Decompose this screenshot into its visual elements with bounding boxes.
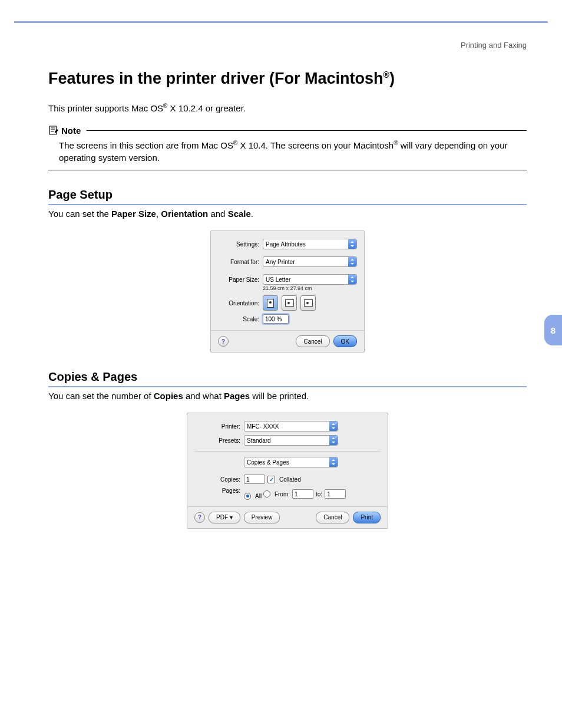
- s1-b1: Paper Size: [111, 209, 156, 219]
- cancel-button[interactable]: Cancel: [316, 512, 349, 523]
- format-for-label: Format for:: [218, 259, 263, 265]
- print-dialog: Printer: MFC- XXXX Presets: Standard Cop…: [187, 413, 388, 529]
- s1-sep2: and: [208, 209, 227, 219]
- chevron-up-down-icon: [329, 457, 338, 467]
- paper-size-label: Paper Size:: [218, 276, 263, 283]
- s2-sep1: and what: [183, 391, 224, 401]
- orientation-landscape-button[interactable]: [282, 295, 297, 311]
- help-button[interactable]: ?: [194, 512, 205, 523]
- pdf-menu-button[interactable]: PDF ▾: [209, 512, 240, 523]
- copies-input[interactable]: 1: [244, 475, 265, 484]
- section1-desc: You can set the Paper Size, Orientation …: [48, 207, 527, 220]
- pages-to-input[interactable]: 1: [325, 489, 346, 499]
- s2-pre: You can set the number of: [48, 391, 154, 401]
- s2-suf: will be printed.: [250, 391, 309, 401]
- paper-size-select[interactable]: US Letter: [263, 274, 357, 285]
- collated-checkbox[interactable]: ✓: [267, 476, 275, 483]
- s1-pre: You can set the: [48, 209, 111, 219]
- intro-suf: X 10.2.4 or greater.: [167, 103, 246, 113]
- pages-to-label: to:: [316, 491, 322, 498]
- settings-label: Settings:: [218, 241, 263, 248]
- collated-label: Collated: [279, 476, 301, 483]
- printer-value: MFC- XXXX: [247, 423, 279, 430]
- collated-option[interactable]: ✓ Collated: [267, 476, 301, 483]
- s1-suf: .: [251, 209, 253, 219]
- presets-value: Standard: [247, 437, 271, 444]
- s1-sep1: ,: [156, 209, 161, 219]
- section-heading-copies-pages: Copies & Pages: [48, 370, 527, 387]
- portrait-icon: [267, 299, 274, 308]
- note-pre: The screens in this section are from Mac…: [59, 140, 233, 150]
- settings-value: Page Attributes: [266, 241, 306, 248]
- top-rule: [14, 0, 548, 23]
- note-block: Note The screens in this section are fro…: [48, 125, 527, 170]
- paper-size-value: US Letter: [266, 276, 290, 283]
- pages-label: Pages:: [194, 487, 244, 494]
- scale-input[interactable]: 100 %: [263, 314, 289, 324]
- page-header: Printing and Faxing: [48, 41, 527, 50]
- chevron-up-down-icon: [329, 436, 338, 445]
- orientation-portrait-button[interactable]: [263, 295, 278, 311]
- chevron-up-down-icon: [329, 421, 338, 431]
- svg-rect-0: [49, 126, 57, 134]
- settings-select[interactable]: Page Attributes: [263, 239, 357, 249]
- s1-b3: Scale: [228, 209, 251, 219]
- s1-b2: Orientation: [161, 209, 208, 219]
- panel-select[interactable]: Copies & Pages: [244, 457, 338, 467]
- print-button[interactable]: Print: [353, 512, 381, 523]
- printer-label: Printer:: [194, 423, 244, 430]
- chevron-up-down-icon: [348, 275, 356, 284]
- separator: [194, 451, 381, 452]
- note-body: The screens in this section are from Mac…: [48, 136, 527, 170]
- chevron-up-down-icon: [348, 257, 356, 266]
- pages-range-option[interactable]: From: 1 to: 1: [263, 489, 346, 499]
- orientation-label: Orientation:: [218, 300, 263, 307]
- scale-label: Scale:: [218, 316, 263, 322]
- title-text: Features in the printer driver (For Maci…: [48, 70, 384, 87]
- intro-pre: This printer supports Mac OS: [48, 103, 163, 113]
- copies-label: Copies:: [194, 476, 244, 483]
- page-setup-dialog: Settings: Page Attributes Format for: An…: [210, 230, 365, 353]
- ok-button[interactable]: OK: [333, 335, 357, 347]
- pages-from-input[interactable]: 1: [292, 489, 313, 499]
- landscape-icon: [285, 299, 294, 307]
- preview-button[interactable]: Preview: [244, 512, 280, 523]
- landscape-flipped-icon: [304, 299, 313, 307]
- note-label: Note: [61, 126, 81, 136]
- printer-select[interactable]: MFC- XXXX: [244, 421, 338, 431]
- cancel-button[interactable]: Cancel: [296, 335, 329, 347]
- reg-mark: ®: [394, 140, 398, 146]
- help-button[interactable]: ?: [218, 336, 229, 347]
- pages-all-option[interactable]: All: [244, 493, 262, 500]
- section-heading-page-setup: Page Setup: [48, 188, 527, 205]
- s2-b2: Pages: [224, 391, 250, 401]
- format-for-select[interactable]: Any Printer: [263, 256, 357, 267]
- title-suffix: ): [389, 70, 395, 87]
- intro-text: This printer supports Mac OS® X 10.2.4 o…: [48, 102, 527, 114]
- pages-all-radio[interactable]: [244, 493, 251, 500]
- s2-b1: Copies: [154, 391, 183, 401]
- note-heading: Note: [48, 125, 527, 136]
- pages-range-radio[interactable]: [263, 490, 270, 498]
- paper-dimensions: 21.59 cm x 27.94 cm: [211, 285, 364, 291]
- note-mid: X 10.4. The screens on your Macintosh: [237, 140, 394, 150]
- panel-value: Copies & Pages: [247, 459, 289, 466]
- page-title: Features in the printer driver (For Maci…: [48, 70, 527, 88]
- presets-label: Presets:: [194, 437, 244, 444]
- presets-select[interactable]: Standard: [244, 435, 338, 446]
- reg-mark: ®: [384, 70, 389, 80]
- note-icon: [48, 125, 59, 136]
- orientation-landscape-flipped-button[interactable]: [300, 295, 316, 311]
- format-for-value: Any Printer: [266, 259, 295, 265]
- section2-desc: You can set the number of Copies and wha…: [48, 390, 527, 402]
- pages-all-label: All: [255, 493, 262, 499]
- chevron-up-down-icon: [348, 239, 356, 249]
- pages-from-label: From:: [275, 491, 290, 498]
